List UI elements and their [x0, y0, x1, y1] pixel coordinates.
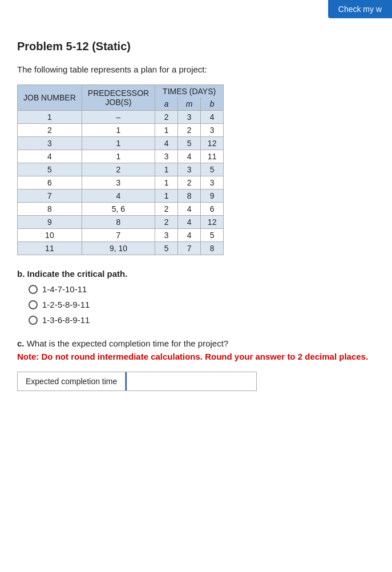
cell-job: 4: [18, 150, 82, 163]
cell-job: 5: [18, 163, 82, 176]
cell-job: 7: [18, 190, 82, 203]
cell-b: 6: [201, 203, 224, 216]
table-row: 9 8 2 4 12: [18, 216, 224, 229]
cell-a: 5: [155, 242, 178, 255]
col-m-header: m: [178, 98, 201, 111]
problem-title: Problem 5-12 (Static): [17, 40, 375, 53]
cell-a: 4: [155, 137, 178, 150]
section-c-question: c. What is the expected completion time …: [17, 339, 375, 348]
cell-b: 12: [201, 216, 224, 229]
radio-circle-opt2: [29, 300, 38, 309]
cell-b: 3: [201, 176, 224, 190]
cell-b: 5: [201, 163, 224, 176]
cell-b: 5: [201, 229, 224, 242]
cell-pred: 1: [82, 150, 155, 163]
cell-job: 6: [18, 176, 82, 190]
cell-pred: 1: [82, 137, 155, 150]
cell-m: 3: [178, 163, 201, 176]
intro-text: The following table represents a plan fo…: [17, 65, 375, 74]
cell-m: 4: [178, 203, 201, 216]
section-b-label: b. Indicate the critical path.: [17, 269, 375, 279]
table-row: 10 7 3 4 5: [18, 229, 224, 242]
col-a-header: a: [155, 98, 178, 111]
radio-label-opt1: 1-4-7-10-11: [42, 284, 87, 294]
radio-option-opt2[interactable]: 1-2-5-8-9-11: [29, 300, 375, 309]
top-bar: Check my w: [328, 0, 392, 18]
times-header: TIMES (DAYS): [155, 85, 224, 98]
col-b-header: b: [201, 98, 224, 111]
cell-m: 8: [178, 190, 201, 203]
radio-circle-opt1: [29, 285, 38, 294]
cell-b: 4: [201, 111, 224, 124]
table-row: 4 1 3 4 11: [18, 150, 224, 163]
cell-m: 7: [178, 242, 201, 255]
table-row: 11 9, 10 5 7 8: [18, 242, 224, 255]
cell-m: 2: [178, 176, 201, 190]
cell-a: 2: [155, 203, 178, 216]
project-table: JOB NUMBER PREDECESSORJOB(S) TIMES (DAYS…: [17, 84, 224, 255]
table-row: 5 2 1 3 5: [18, 163, 224, 176]
cell-a: 2: [155, 216, 178, 229]
radio-circle-opt3: [29, 316, 38, 325]
section-c-note: Note: Do not round intermediate calculat…: [17, 352, 375, 361]
col-job-header: JOB NUMBER: [18, 85, 82, 111]
cell-job: 2: [18, 124, 82, 137]
cell-m: 4: [178, 229, 201, 242]
table-row: 1 – 2 3 4: [18, 111, 224, 124]
cell-pred: –: [82, 111, 155, 124]
col-pred-header: PREDECESSORJOB(S): [82, 85, 155, 111]
cell-m: 5: [178, 137, 201, 150]
cell-pred: 9, 10: [82, 242, 155, 255]
table-row: 6 3 1 2 3: [18, 176, 224, 190]
cell-m: 2: [178, 124, 201, 137]
table-row: 3 1 4 5 12: [18, 137, 224, 150]
answer-row: Expected completion time: [17, 372, 257, 391]
cell-a: 1: [155, 190, 178, 203]
page-container: Check my w Problem 5-12 (Static) The fol…: [0, 0, 392, 572]
section-c: c. What is the expected completion time …: [17, 339, 375, 391]
radio-option-opt3[interactable]: 1-3-6-8-9-11: [29, 315, 375, 325]
expected-completion-input[interactable]: [126, 372, 256, 390]
cell-pred: 4: [82, 190, 155, 203]
cell-job: 3: [18, 137, 82, 150]
cell-pred: 5, 6: [82, 203, 155, 216]
cell-b: 11: [201, 150, 224, 163]
cell-b: 9: [201, 190, 224, 203]
cell-job: 1: [18, 111, 82, 124]
cell-pred: 1: [82, 124, 155, 137]
cell-m: 4: [178, 216, 201, 229]
cell-b: 8: [201, 242, 224, 255]
cell-m: 4: [178, 150, 201, 163]
cell-a: 1: [155, 124, 178, 137]
cell-b: 12: [201, 137, 224, 150]
cell-pred: 3: [82, 176, 155, 190]
cell-b: 3: [201, 124, 224, 137]
table-row: 2 1 1 2 3: [18, 124, 224, 137]
cell-m: 3: [178, 111, 201, 124]
cell-a: 3: [155, 229, 178, 242]
cell-job: 10: [18, 229, 82, 242]
cell-job: 9: [18, 216, 82, 229]
cell-a: 1: [155, 176, 178, 190]
cell-pred: 8: [82, 216, 155, 229]
section-b: b. Indicate the critical path. 1-4-7-10-…: [17, 269, 375, 325]
radio-label-opt2: 1-2-5-8-9-11: [42, 300, 90, 309]
cell-pred: 7: [82, 229, 155, 242]
check-my-work-button[interactable]: Check my w: [328, 0, 392, 18]
table-row: 7 4 1 8 9: [18, 190, 224, 203]
answer-label: Expected completion time: [18, 372, 126, 390]
cell-a: 2: [155, 111, 178, 124]
radio-label-opt3: 1-3-6-8-9-11: [42, 315, 90, 325]
cell-a: 3: [155, 150, 178, 163]
table-row: 8 5, 6 2 4 6: [18, 203, 224, 216]
cell-job: 11: [18, 242, 82, 255]
cell-a: 1: [155, 163, 178, 176]
radio-group: 1-4-7-10-11 1-2-5-8-9-11 1-3-6-8-9-11: [29, 284, 375, 325]
cell-job: 8: [18, 203, 82, 216]
cell-pred: 2: [82, 163, 155, 176]
radio-option-opt1[interactable]: 1-4-7-10-11: [29, 284, 375, 294]
